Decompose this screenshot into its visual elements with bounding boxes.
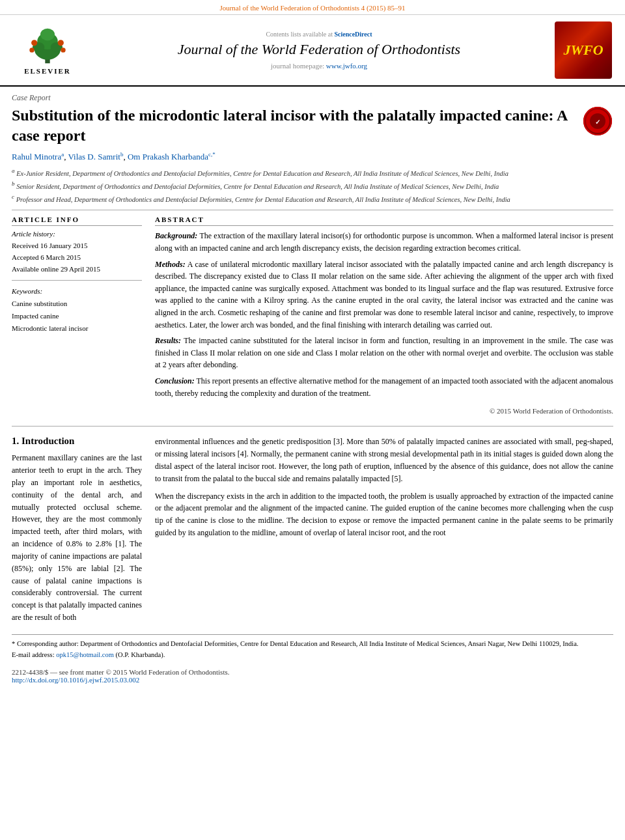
crossmark-section: ✓ [582, 105, 613, 137]
intro-title: 1. Introduction [12, 436, 142, 447]
corresponding-footnote: * Corresponding author: Department of Or… [12, 639, 613, 650]
article-info-title: ARTICLE INFO [12, 216, 142, 226]
svg-point-6 [31, 40, 37, 46]
email-footnote: E-mail address: opk15@hotmail.com (O.P. … [12, 650, 613, 661]
jwfo-logo-section: JWFO [555, 21, 613, 79]
available-date: Available online 29 April 2015 [12, 264, 142, 275]
copyright-line: © 2015 World Federation of Orthodontists… [155, 406, 613, 417]
keyword-3: Microdontic lateral incisor [12, 322, 142, 335]
jwfo-logo: JWFO [555, 21, 612, 79]
affiliation-b: b Senior Resident, Department of Orthodo… [12, 180, 613, 191]
svg-point-3 [40, 28, 55, 40]
authors-line: Rahul Minotraa, Vilas D. Samritb, Om Pra… [12, 151, 613, 162]
top-bar: Journal of the World Federation of Ortho… [0, 0, 625, 15]
conclusion-text: This report presents an effective altern… [155, 376, 613, 398]
issn-line: 2212-4438/$ — see front matter © 2015 Wo… [12, 668, 613, 676]
abstract-title: ABSTRACT [155, 216, 613, 226]
crossmark-icon: ✓ [583, 107, 612, 135]
background-text: The extraction of the maxillary lateral … [155, 231, 613, 253]
elsevier-tree-icon [21, 26, 74, 65]
intro-right-column: environmental influences and the genetic… [155, 436, 613, 624]
results-paragraph: Results: The impacted canine substituted… [155, 335, 613, 371]
separator-1 [12, 210, 613, 210]
journal-homepage: journal homepage: www.jwfo.org [90, 62, 548, 70]
svg-text:✓: ✓ [595, 119, 600, 126]
separator-2 [12, 426, 613, 427]
conclusion-label: Conclusion: [155, 376, 195, 385]
corresponding-text: Department of Orthodontics and Dentofaci… [80, 640, 578, 647]
intro-left-column: 1. Introduction Permanent maxillary cani… [12, 436, 142, 624]
info-abstract-section: ARTICLE INFO Article history: Received 1… [12, 216, 613, 417]
methods-label: Methods: [155, 260, 186, 269]
abstract-column: ABSTRACT Background: The extraction of t… [155, 216, 613, 417]
author-2[interactable]: Vilas D. Samrit [68, 152, 120, 162]
abstract-body: Background: The extraction of the maxill… [155, 230, 613, 417]
results-label: Results: [155, 336, 181, 345]
background-label: Background: [155, 231, 197, 240]
introduction-section: 1. Introduction Permanent maxillary cani… [12, 436, 613, 624]
email-author: (O.P. Kharbanda). [116, 651, 165, 658]
intro-left-text: Permanent maxillary canines are the last… [12, 452, 142, 624]
footnote-section: * Corresponding author: Department of Or… [12, 634, 613, 661]
affiliations-section: a Ex-Junior Resident, Department of Orth… [12, 167, 613, 205]
separator-keywords [12, 280, 142, 281]
science-direct-link[interactable]: ScienceDirect [334, 31, 372, 38]
email-link[interactable]: opk15@hotmail.com [56, 651, 115, 658]
conclusion-paragraph: Conclusion: This report presents an effe… [155, 375, 613, 399]
journal-homepage-link[interactable]: www.jwfo.org [326, 62, 367, 70]
main-content: Case Report Substitution of the microdon… [0, 87, 625, 689]
contents-available: Contents lists available at ScienceDirec… [90, 31, 548, 38]
keywords-label: Keywords: [12, 287, 142, 295]
background-paragraph: Background: The extraction of the maxill… [155, 230, 613, 254]
keyword-2: Impacted canine [12, 310, 142, 322]
results-text: The impacted canine substituted for the … [155, 336, 613, 369]
header: ELSEVIER Contents lists available at Sci… [0, 15, 625, 87]
article-info-column: ARTICLE INFO Article history: Received 1… [12, 216, 142, 417]
methods-paragraph: Methods: A case of unilateral microdonti… [155, 259, 613, 331]
accepted-date: Accepted 6 March 2015 [12, 252, 142, 264]
elsevier-logo: ELSEVIER [12, 26, 83, 75]
journal-title: Journal of the World Federation of Ortho… [90, 40, 548, 59]
intro-right-text: environmental influences and the genetic… [155, 436, 613, 484]
email-label: E-mail address: [12, 651, 55, 658]
affiliation-c: c Professor and Head, Department of Orth… [12, 193, 613, 204]
corresponding-label: * Corresponding author: [12, 640, 79, 647]
elsevier-logo-section: ELSEVIER [12, 26, 83, 75]
journal-header-center: Contents lists available at ScienceDirec… [90, 31, 548, 70]
article-title: Substitution of the microdontic lateral … [12, 105, 576, 146]
affiliation-a: a Ex-Junior Resident, Department of Orth… [12, 167, 613, 178]
svg-point-9 [61, 48, 65, 52]
bottom-bar: 2212-4438/$ — see front matter © 2015 Wo… [12, 668, 613, 689]
intro-right-text-2: When the discrepancy exists in the arch … [155, 490, 613, 539]
methods-text: A case of unilateral microdontic maxilla… [155, 260, 613, 329]
author-1[interactable]: Rahul Minotra [12, 152, 61, 162]
journal-citation: Journal of the World Federation of Ortho… [219, 4, 405, 12]
doi-link[interactable]: http://dx.doi.org/10.1016/j.ejwf.2015.03… [12, 676, 139, 684]
elsevier-text: ELSEVIER [24, 67, 71, 75]
keyword-1: Canine substitution [12, 298, 142, 310]
history-label: Article history: [12, 230, 142, 238]
author-3[interactable]: Om Prakash Kharbanda [128, 152, 208, 162]
doi-line: http://dx.doi.org/10.1016/j.ejwf.2015.03… [12, 676, 613, 684]
svg-point-8 [29, 48, 34, 52]
article-type-label: Case Report [12, 93, 613, 103]
title-section: Substitution of the microdontic lateral … [12, 105, 613, 146]
svg-point-7 [58, 40, 64, 46]
received-date: Received 16 January 2015 [12, 240, 142, 252]
